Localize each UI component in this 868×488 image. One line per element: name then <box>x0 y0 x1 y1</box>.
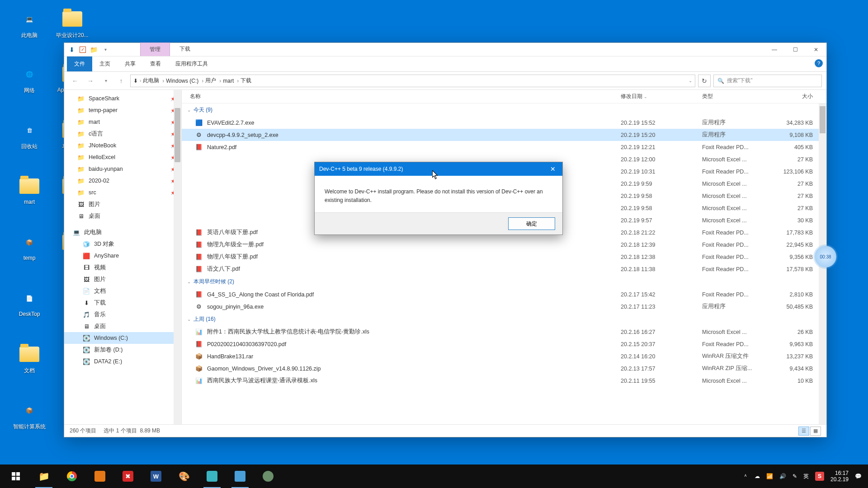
menu-view[interactable]: 查看 <box>143 56 168 71</box>
maximize-button[interactable]: ☐ <box>785 43 806 56</box>
notifications-icon[interactable]: 💬 <box>855 473 862 479</box>
ok-button[interactable]: 确定 <box>508 217 555 230</box>
help-icon[interactable]: ? <box>815 59 823 67</box>
taskbar-app-teal[interactable] <box>198 465 226 488</box>
file-row[interactable]: 📕Nature2.pdf20.2.19 12:21Foxit Reader PD… <box>182 141 826 153</box>
file-row[interactable]: 📊西南民族大学马波远程课堂-通讯录模板.xls20.2.11 19:55Micr… <box>182 375 826 387</box>
close-button[interactable]: ✕ <box>806 43 826 56</box>
desktop-icon-mart[interactable]: mart <box>9 175 50 205</box>
refresh-button[interactable]: ↻ <box>698 75 711 87</box>
menu-apptools[interactable]: 应用程序工具 <box>168 56 215 71</box>
desktop-icon-thispc[interactable]: 💻此电脑 <box>9 8 50 39</box>
taskbar-app-orange[interactable] <box>86 465 114 488</box>
file-row[interactable]: 📕物理九年级全一册.pdf20.2.18 12:39Foxit Reader P… <box>182 239 826 251</box>
volume-icon[interactable]: 🔊 <box>779 473 786 479</box>
minimize-button[interactable]: — <box>764 43 785 56</box>
desktop-icon-desktop[interactable]: 📄DeskTop <box>9 287 50 317</box>
taskbar-word[interactable]: W <box>142 465 170 488</box>
menu-home[interactable]: 主页 <box>92 56 118 71</box>
recording-badge[interactable]: 00:38 <box>815 246 836 267</box>
file-row[interactable]: ⚙sogou_pinyin_96a.exe20.2.17 11:23应用程序50… <box>182 300 826 313</box>
nav-item[interactable]: 📁SpaceShark📌 <box>64 93 181 104</box>
nav-item[interactable]: 📁src📌 <box>64 187 181 198</box>
navigation-pane[interactable]: 📁SpaceShark📌📁temp-paper📌📁mart📌📁c语言📌📁JNot… <box>64 90 182 424</box>
chevron-down-icon[interactable]: ⌄ <box>689 78 692 83</box>
desktop-icon-thesis[interactable]: 毕业设计20... <box>52 8 93 39</box>
scrollbar-thumb[interactable] <box>820 106 826 133</box>
details-view-button[interactable]: ☰ <box>798 427 809 436</box>
column-headers[interactable]: 名称 修改日期 ⌄ 类型 大小 <box>182 90 826 103</box>
nav-item[interactable]: 📁JNoteBook📌 <box>64 140 181 151</box>
menu-file[interactable]: 文件 <box>67 56 92 71</box>
file-list[interactable]: ⌄今天 (9)🟦EVAVEdit2.2.7.exe20.2.19 15:52应用… <box>182 103 826 424</box>
clock[interactable]: 16:1720.2.19 <box>830 470 849 483</box>
nav-item[interactable]: ⬇下载 <box>64 297 181 309</box>
nav-item[interactable]: 💽Windows (C:) <box>64 332 181 344</box>
file-row[interactable]: 🟦EVAVEdit2.2.7.exe20.2.19 15:52应用程序34,28… <box>182 117 826 129</box>
nav-item[interactable]: 📁mart📌 <box>64 116 181 128</box>
file-row[interactable]: 📊附件1：西南民族大学线上教学信息统计表-电信学院-黄勤珍.xls20.2.16… <box>182 326 826 338</box>
desktop-icon-recyclebin[interactable]: 🗑回收站 <box>9 119 50 150</box>
history-dropdown[interactable]: ▾ <box>99 75 112 87</box>
nav-item[interactable]: 🟥AnyShare <box>64 250 181 262</box>
group-header[interactable]: ⌄上周 (16) <box>182 313 826 326</box>
nav-item[interactable]: 📁2020-02📌 <box>64 175 181 187</box>
col-type[interactable]: 类型 <box>702 93 772 100</box>
file-row[interactable]: 📕P020200210403036397020.pdf20.2.15 20:37… <box>182 338 826 350</box>
nav-item[interactable]: 💽DATA2 (E:) <box>64 356 181 367</box>
crumb-4[interactable]: 下载 <box>241 77 255 84</box>
overflow-icon[interactable]: ▾ <box>101 46 109 54</box>
crumb-0[interactable]: 此电脑 <box>143 77 164 84</box>
cloud-icon[interactable]: ☁ <box>755 473 760 479</box>
nav-item[interactable]: 💻此电脑 <box>64 226 181 238</box>
desktop-icon-network[interactable]: 🌐网络 <box>9 63 50 94</box>
nav-item[interactable]: 📁temp-paper📌 <box>64 104 181 116</box>
nav-item[interactable]: 🎵音乐 <box>64 309 181 320</box>
pen-icon[interactable]: ✎ <box>793 473 797 479</box>
dialog-titlebar[interactable]: Dev-C++ 5 beta 9 release (4.9.9.2) ✕ <box>315 162 562 176</box>
scrollbar-thumb[interactable] <box>175 108 180 162</box>
crumb-2[interactable]: 用户 <box>205 77 221 84</box>
nav-item[interactable]: 🧊3D 对象 <box>64 238 181 250</box>
desktop-icon-temp[interactable]: 📦temp <box>9 231 50 261</box>
file-row[interactable]: ⚙devcpp-4.9.9.2_setup_2.exe20.2.19 15:20… <box>182 129 826 141</box>
nav-item[interactable]: 🖼图片 <box>64 273 181 285</box>
start-button[interactable] <box>2 465 30 488</box>
file-row[interactable]: 📕G4_SS_1G_Along the Coast of Florida.pdf… <box>182 288 826 300</box>
menu-share[interactable]: 共享 <box>118 56 143 71</box>
crumb-1[interactable]: Windows (C:) <box>166 78 203 84</box>
nav-item[interactable]: 🖥桌面 <box>64 320 181 332</box>
breadcrumb[interactable]: ⬇ › 此电脑 Windows (C:) 用户 mart 下载 ⌄ <box>130 75 695 87</box>
file-row[interactable]: 📦HandBrake131.rar20.2.14 16:20WinRAR 压缩文… <box>182 350 826 362</box>
file-row[interactable]: 📦Gaomon_Windows_Driver_v14.8.90.1126.zip… <box>182 362 826 375</box>
icons-view-button[interactable]: ▦ <box>810 427 821 436</box>
wifi-icon[interactable]: 📶 <box>766 473 773 479</box>
forward-button[interactable]: → <box>84 75 97 87</box>
nav-item[interactable]: 📁baidu-yunpan📌 <box>64 163 181 175</box>
file-row[interactable]: 📕物理八年级下册.pdf20.2.18 12:38Foxit Reader PD… <box>182 251 826 263</box>
group-header[interactable]: ⌄今天 (9) <box>182 103 826 117</box>
ime-indicator[interactable]: 英 <box>803 473 809 480</box>
search-input[interactable]: 🔍 搜索"下载" <box>713 75 822 87</box>
system-tray[interactable]: ＾ ☁ 📶 🔊 ✎ 英 S 16:1720.2.19 💬 <box>743 470 866 483</box>
dialog-close-button[interactable]: ✕ <box>543 162 562 176</box>
up-button[interactable]: ↑ <box>115 75 127 87</box>
scrollbar[interactable] <box>174 90 181 424</box>
tray-up-icon[interactable]: ＾ <box>743 473 748 480</box>
col-size[interactable]: 大小 <box>772 93 826 100</box>
tab-manage[interactable]: 管理 <box>140 42 170 56</box>
tab-download[interactable]: 下载 <box>170 42 200 56</box>
taskbar-app-round[interactable] <box>254 465 282 488</box>
crumb-3[interactable]: mart <box>223 78 239 84</box>
nav-item[interactable]: 🖥桌面 <box>64 210 181 222</box>
back-button[interactable]: ← <box>69 75 81 87</box>
checkbox-icon[interactable]: ✓ <box>80 47 86 53</box>
file-row[interactable]: 📕语文八下.pdf20.2.18 11:38Foxit Reader PD...… <box>182 263 826 275</box>
taskbar-paint[interactable]: 🎨 <box>170 465 198 488</box>
nav-item[interactable]: 💽新加卷 (D:) <box>64 344 181 356</box>
sogou-icon[interactable]: S <box>815 472 824 481</box>
taskbar[interactable]: 📁 ✖ W 🎨 ＾ ☁ 📶 🔊 ✎ 英 S 16:1720.2.19 💬 <box>0 465 868 488</box>
taskbar-explorer[interactable]: 📁 <box>30 465 58 488</box>
nav-item[interactable]: 📁c语言📌 <box>64 128 181 140</box>
desktop-icon-aisys[interactable]: 📦智能计算系统 <box>9 399 50 431</box>
